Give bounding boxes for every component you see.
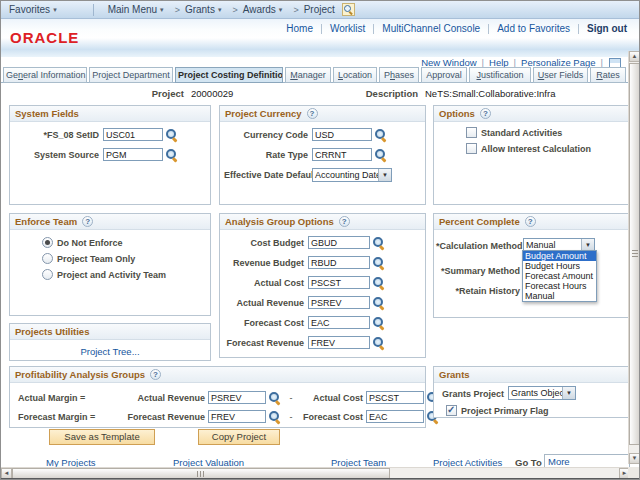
tab-phases[interactable]: Phases [379, 67, 419, 83]
analysis-revenue-budget-input[interactable]: RBUD [308, 256, 370, 269]
project-label: Project [121, 88, 184, 99]
breadcrumb-main-menu[interactable]: Main Menu [108, 4, 157, 15]
field-row: Forecast CostEAC [224, 316, 425, 329]
enforce-team-header: Enforce Team ? [10, 214, 210, 230]
dropdown-option-budget-amount[interactable]: Budget Amount [523, 251, 596, 261]
projects-utilities-box: Projects Utilities Project Tree... [9, 323, 211, 361]
header-link-multichannel-console[interactable]: MultiChannel Console [382, 23, 480, 34]
checkbox-row: Standard Activities [466, 127, 628, 138]
lookup-icon[interactable] [372, 276, 385, 289]
lookup-icon[interactable] [165, 148, 178, 161]
analysis-forecast-revenue-input[interactable]: FREV [308, 336, 370, 349]
calculation-method-dropdown-list: Budget AmountBudget HoursForecast Amount… [522, 250, 597, 302]
analysis-group-options-box: Analysis Group Options ? Cost BudgetGBUD… [219, 213, 426, 358]
vertical-scrollbar[interactable]: ▲ ▼ [628, 51, 639, 464]
tab-approval[interactable]: Approval [421, 67, 467, 83]
search-icon[interactable] [342, 3, 355, 16]
breadcrumb-item-project[interactable]: Project [304, 4, 335, 15]
tab-rates[interactable]: Rates [590, 67, 626, 83]
header-link-worklist[interactable]: Worklist [330, 23, 365, 34]
tab-project-costing-definition[interactable]: Project Costing Definition [175, 67, 283, 83]
project-primary-flag-checkbox[interactable] [446, 405, 457, 416]
field-row: *FS_08 SetIDUSC01 [14, 128, 210, 141]
allow-interest-calculation-checkbox[interactable] [466, 143, 477, 154]
analysis-actual-revenue-label: Actual Revenue [224, 298, 308, 308]
lookup-icon[interactable] [374, 148, 387, 161]
dropdown-option-forecast-hours[interactable]: Forecast Hours [523, 281, 596, 291]
help-icon[interactable]: ? [480, 108, 491, 119]
tab-project-department[interactable]: Project Department [89, 67, 173, 83]
lookup-icon[interactable] [372, 336, 385, 349]
profitability-row: Actual Margin =Actual RevenuePSREV-Actua… [10, 391, 425, 404]
tab-justification[interactable]: Justification [469, 67, 531, 83]
breadcrumb-favorites[interactable]: Favorites [9, 4, 50, 15]
radio-row: Project and Activity Team [42, 269, 210, 280]
tab-location[interactable]: Location [333, 67, 377, 83]
project-key-row: Project 20000029 Description NeTS:Small:… [1, 88, 640, 100]
system-fields-system-source-input[interactable]: PGM [103, 148, 163, 161]
field-row: Effective Date DefaultAccounting Date▼ [224, 168, 425, 182]
help-icon[interactable]: ? [525, 216, 536, 227]
do-not-enforce-label: Do Not Enforce [57, 238, 123, 248]
forecast-margin-label: Forecast Margin = [18, 412, 123, 422]
do-not-enforce-radio[interactable] [42, 237, 53, 248]
project-currency-rate-type-label: Rate Type [224, 150, 312, 160]
project-team-only-radio[interactable] [42, 253, 53, 264]
project-currency-effective-date-default-select[interactable]: Accounting Date▼ [312, 168, 392, 182]
lookup-icon[interactable] [165, 128, 178, 141]
analysis-actual-cost-input[interactable]: PSCST [308, 276, 370, 289]
tab-general-information[interactable]: General Information [3, 67, 87, 83]
system-fields-fs-08-setid-input[interactable]: USC01 [103, 128, 163, 141]
analysis-actual-revenue-input[interactable]: PSREV [308, 296, 370, 309]
sign-out-link[interactable]: Sign out [587, 23, 627, 34]
actual-revenue-input[interactable]: PSREV [208, 391, 266, 404]
lookup-icon[interactable] [372, 316, 385, 329]
help-icon[interactable]: ? [150, 369, 161, 380]
scroll-down-button[interactable]: ▼ [629, 453, 640, 464]
dropdown-option-manual[interactable]: Manual [523, 291, 596, 301]
project-and-activity-team-radio[interactable] [42, 269, 53, 280]
project-tree-link[interactable]: Project Tree... [10, 346, 210, 357]
scroll-up-button[interactable]: ▲ [629, 51, 640, 62]
dropdown-option-budget-hours[interactable]: Budget Hours [523, 261, 596, 271]
analysis-actual-cost-label: Actual Cost [224, 278, 308, 288]
lookup-icon[interactable] [374, 128, 387, 141]
copy-project-button[interactable]: Copy Project [198, 429, 280, 445]
help-icon[interactable]: ? [339, 216, 350, 227]
project-currency-box: Project Currency ? Currency CodeUSDRate … [219, 105, 426, 205]
lookup-icon[interactable] [372, 236, 385, 249]
breadcrumb-item-grants[interactable]: Grants [185, 4, 215, 15]
horizontal-scrollbar[interactable]: ◄ ► [1, 467, 630, 478]
standard-activities-checkbox[interactable] [466, 127, 477, 138]
lookup-icon[interactable] [372, 256, 385, 269]
chevron-down-icon: ▾ [218, 6, 222, 14]
dropdown-option-forecast-amount[interactable]: Forecast Amount [523, 271, 596, 281]
forecast-cost-input[interactable]: EAC [366, 410, 424, 423]
header-link-add-to-favorites[interactable]: Add to Favorites [497, 23, 570, 34]
personalize-layout-icon[interactable] [609, 58, 621, 68]
help-icon[interactable]: ? [82, 216, 93, 227]
vertical-scrollbar-thumb[interactable] [629, 63, 640, 445]
project-primary-flag-label: Project Primary Flag [461, 406, 549, 416]
percent-complete-header: Percent Complete ? [434, 214, 628, 230]
forecast-revenue-input[interactable]: FREV [208, 410, 266, 423]
lookup-icon[interactable] [268, 391, 281, 404]
actual-cost-input[interactable]: PSCST [366, 391, 424, 404]
grants-box: Grants Grants ProjectGrants Object▼Proje… [433, 366, 629, 418]
analysis-forecast-cost-input[interactable]: EAC [308, 316, 370, 329]
grants-project-select[interactable]: Grants Object▼ [508, 386, 576, 400]
section-title: Options [439, 108, 475, 119]
project-currency-currency-code-input[interactable]: USD [312, 128, 372, 141]
lookup-icon[interactable] [268, 410, 281, 423]
save-as-template-button[interactable]: Save as Template [49, 429, 155, 445]
section-title: Project Currency [225, 108, 302, 119]
project-currency-rate-type-input[interactable]: CRRNT [312, 148, 372, 161]
analysis-cost-budget-input[interactable]: GBUD [308, 236, 370, 249]
tab-user-fields[interactable]: User Fields [533, 67, 588, 83]
help-icon[interactable]: ? [307, 108, 318, 119]
breadcrumb-item-awards[interactable]: Awards [243, 4, 276, 15]
header-link-home[interactable]: Home [286, 23, 313, 34]
actual-revenue-label: Actual Revenue [123, 393, 208, 403]
tab-manager[interactable]: Manager [285, 67, 331, 83]
lookup-icon[interactable] [372, 296, 385, 309]
